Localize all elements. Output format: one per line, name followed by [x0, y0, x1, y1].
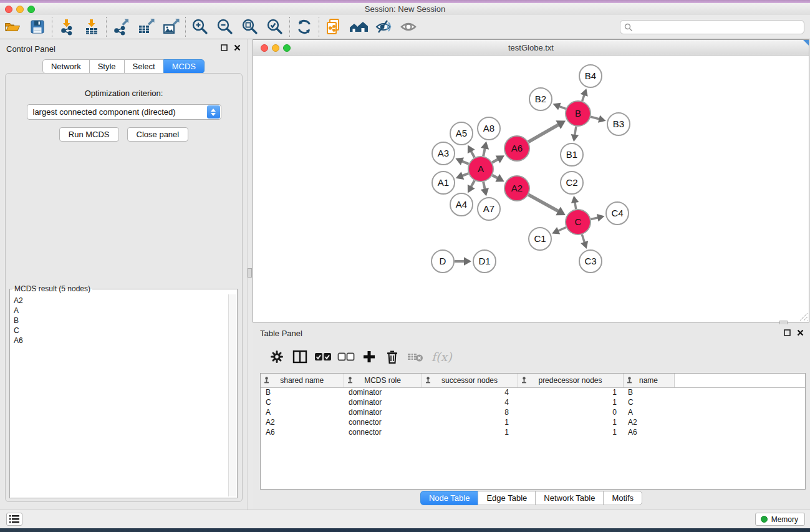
graph-edge-B-B4[interactable]: [582, 95, 584, 101]
memory-button[interactable]: Memory: [755, 513, 805, 526]
table-cell[interactable]: dominator: [344, 397, 422, 407]
add-column-button[interactable]: [357, 346, 380, 368]
show-all-networks-button[interactable]: [346, 16, 371, 37]
table-cell[interactable]: A6: [623, 427, 674, 437]
column-header-predecessor-nodes[interactable]: predecessor nodes: [518, 374, 623, 387]
control-tab-select[interactable]: Select: [124, 59, 164, 74]
zoom-in-button[interactable]: [188, 16, 213, 37]
apply-layout-button[interactable]: [292, 16, 317, 37]
table-tab-network-table[interactable]: Network Table: [535, 491, 604, 505]
table-cell[interactable]: B: [261, 387, 344, 397]
graph-edge-A-A8[interactable]: [483, 148, 485, 156]
graph-edge-C-C4[interactable]: [591, 218, 598, 220]
network-graph[interactable]: AA1A2A3A4A5A6A7A8BB1B2B3B4CC1C2C3C4DD1: [253, 56, 809, 322]
import-table-button[interactable]: [79, 16, 104, 37]
mcds-result-item[interactable]: C: [14, 326, 227, 336]
mcds-result-item[interactable]: A6: [14, 336, 227, 346]
table-settings-button[interactable]: [265, 346, 288, 368]
column-header-shared-name[interactable]: shared name: [261, 374, 344, 387]
app-titlebar[interactable]: Session: New Session: [0, 3, 810, 15]
column-header-mcds-role[interactable]: MCDS role: [344, 374, 422, 387]
mcds-result-item[interactable]: A: [14, 306, 227, 316]
graph-edge-A2-C[interactable]: [528, 195, 559, 211]
task-history-button[interactable]: [6, 513, 22, 526]
control-tab-style[interactable]: Style: [89, 59, 125, 74]
table-cell[interactable]: C: [261, 397, 344, 407]
graph-edge-A-A7[interactable]: [483, 182, 485, 190]
table-cell[interactable]: C: [623, 397, 674, 407]
graph-edge-A-A6[interactable]: [492, 159, 498, 163]
criterion-dropdown[interactable]: largest connected component (directed): [27, 104, 221, 120]
table-row[interactable]: A2connector11A2: [261, 417, 806, 427]
graph-edge-A-A1[interactable]: [462, 173, 468, 176]
table-cell[interactable]: B: [623, 387, 674, 397]
table-cell[interactable]: 1: [518, 387, 623, 397]
graph-edge-A-A3[interactable]: [462, 161, 469, 164]
table-row[interactable]: Bdominator41B: [261, 387, 806, 397]
control-tab-network[interactable]: Network: [42, 59, 90, 74]
graph-edge-B-B1[interactable]: [575, 127, 576, 135]
import-network-button[interactable]: [54, 16, 79, 37]
table-cell[interactable]: 1: [518, 417, 623, 427]
mcds-result-item[interactable]: A2: [14, 296, 227, 306]
column-header-name[interactable]: name: [623, 374, 674, 387]
table-tab-node-table[interactable]: Node Table: [420, 491, 479, 505]
select-all-columns-button[interactable]: [311, 346, 334, 368]
graph-edge-A-A4[interactable]: [471, 180, 475, 186]
table-cell[interactable]: A: [261, 407, 344, 417]
table-cell[interactable]: dominator: [344, 387, 422, 397]
float-panel-icon[interactable]: [221, 44, 228, 51]
graph-edge-C-C3[interactable]: [582, 235, 584, 243]
control-tab-mcds[interactable]: MCDS: [163, 59, 205, 74]
table-tab-motifs[interactable]: Motifs: [603, 491, 642, 505]
delete-columns-button[interactable]: [380, 346, 403, 368]
export-table-button[interactable]: [133, 16, 158, 37]
graph-edge-A-A2[interactable]: [493, 175, 498, 178]
close-table-panel-icon[interactable]: [797, 329, 804, 336]
zoom-fit-button[interactable]: [238, 16, 263, 37]
table-tab-edge-table[interactable]: Edge Table: [478, 491, 536, 505]
table-cell[interactable]: 8: [422, 407, 518, 417]
open-file-button[interactable]: [0, 16, 25, 37]
node-table[interactable]: shared nameMCDS rolesuccessor nodesprede…: [260, 373, 806, 490]
network-canvas[interactable]: AA1A2A3A4A5A6A7A8BB1B2B3B4CC1C2C3C4DD1: [253, 56, 809, 322]
search-input[interactable]: [633, 23, 804, 32]
export-image-button[interactable]: [158, 16, 183, 37]
table-cell[interactable]: 4: [422, 397, 518, 407]
table-row[interactable]: Adominator80A: [261, 407, 806, 417]
run-mcds-button[interactable]: Run MCDS: [59, 127, 119, 142]
birds-eye-view-button[interactable]: [396, 16, 421, 37]
float-table-panel-icon[interactable]: [784, 329, 791, 336]
column-header-successor-nodes[interactable]: successor nodes: [422, 374, 518, 387]
zoom-selected-button[interactable]: [263, 16, 287, 37]
new-session-button[interactable]: [321, 16, 346, 37]
close-panel-icon[interactable]: [234, 44, 241, 51]
table-cell[interactable]: dominator: [344, 407, 422, 417]
graph-edge-A-A5[interactable]: [471, 151, 475, 157]
graph-edge-B-B2[interactable]: [559, 106, 566, 109]
graph-edge-B-B3[interactable]: [591, 117, 599, 119]
graph-edge-C-C2[interactable]: [575, 202, 576, 209]
table-cell[interactable]: 1: [422, 417, 518, 427]
table-cell[interactable]: 1: [422, 427, 518, 437]
table-row[interactable]: Cdominator41C: [261, 397, 806, 407]
table-cell[interactable]: 1: [518, 427, 623, 437]
table-cell[interactable]: A: [623, 407, 674, 417]
search-box[interactable]: [620, 20, 804, 34]
table-cell[interactable]: A6: [261, 427, 344, 437]
table-cell[interactable]: 1: [518, 397, 623, 407]
mcds-result-list[interactable]: A2ABCA6: [11, 294, 227, 496]
deselect-all-columns-button[interactable]: [334, 346, 357, 368]
vertical-splitter-handle[interactable]: [248, 268, 252, 278]
network-window-titlebar[interactable]: testGlobe.txt: [253, 40, 809, 56]
show-graphics-details-button[interactable]: [371, 16, 396, 37]
zoom-out-button[interactable]: [213, 16, 238, 37]
mcds-result-item[interactable]: B: [14, 316, 227, 326]
toggle-panes-button[interactable]: [288, 346, 311, 368]
table-cell[interactable]: 4: [422, 387, 518, 397]
table-cell[interactable]: A2: [261, 417, 344, 427]
table-row[interactable]: A6connector11A6: [261, 427, 806, 437]
result-scrollbar[interactable]: [228, 294, 236, 496]
function-builder-button[interactable]: f(x): [432, 350, 452, 364]
export-network-button[interactable]: [108, 16, 133, 37]
